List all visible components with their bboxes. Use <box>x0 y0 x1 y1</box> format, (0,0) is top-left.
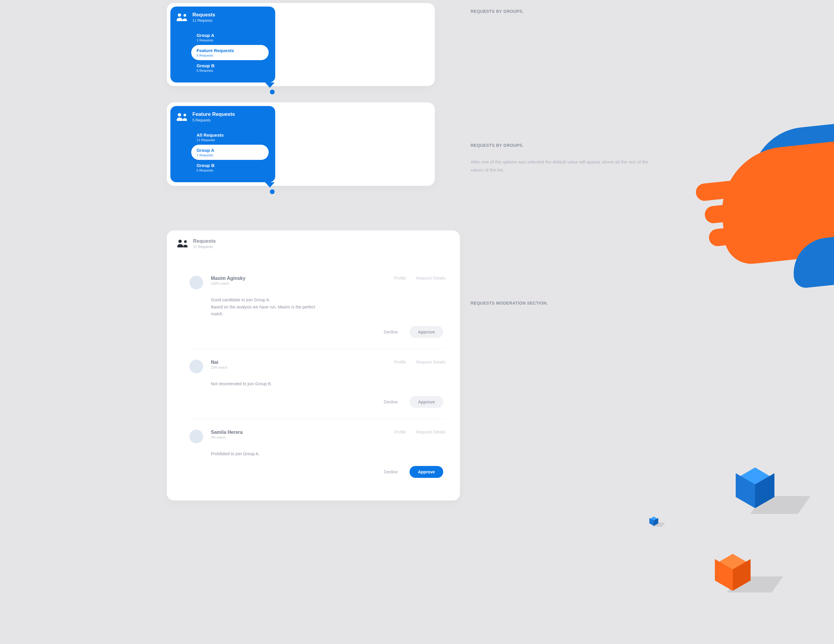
dropdown-open[interactable]: Requests 11 Requests Group A 1 Requests … <box>170 6 275 82</box>
dropdown-open[interactable]: Feature Requests 5 Requests All Requests… <box>170 106 275 182</box>
annotation-title: REQUESTS BY GROUPS. <box>470 143 834 148</box>
dropdown-tail <box>265 82 275 88</box>
approve-button[interactable]: Approve <box>409 326 443 338</box>
details-link[interactable]: Request Details <box>416 276 446 281</box>
request-match: 100% match <box>211 282 386 285</box>
requests-list: Maxim Aginsky 100% match Profile Request… <box>189 276 446 489</box>
annotation-body: After one of the options was selected th… <box>470 158 661 174</box>
drop-icon <box>270 189 275 194</box>
request-name: Maxim Aginsky <box>211 276 386 281</box>
annotation-title: REQUESTS BY GROUPS. <box>470 9 834 14</box>
profile-link[interactable]: Profile <box>394 360 406 365</box>
request-name: Nai <box>211 360 386 365</box>
request-name: Samila Herera <box>211 429 386 435</box>
profile-link[interactable]: Profile <box>394 276 406 281</box>
request-item: Maxim Aginsky 100% match Profile Request… <box>189 276 446 349</box>
dropdown-card-default: Requests 11 Requests Group A 1 Requests … <box>167 3 435 86</box>
details-link[interactable]: Request Details <box>416 429 446 434</box>
dropdown-subtitle: 11 Requests <box>192 18 215 23</box>
dropdown-tail <box>265 182 275 187</box>
dropdown-title: Requests <box>192 12 215 18</box>
people-icon <box>177 113 187 121</box>
dropdown-card-selected: Feature Requests 5 Requests All Requests… <box>167 102 435 186</box>
dropdown-item-group-a[interactable]: Group A 1 Requests <box>191 30 269 45</box>
dropdown-item-all-requests[interactable]: All Requests 11 Requests <box>191 129 269 145</box>
request-description: Prohibited to join Group A. <box>211 450 324 458</box>
avatar <box>189 429 203 443</box>
dropdown-item-group-b[interactable]: Group B 5 Requests <box>191 60 269 75</box>
annotation-title: REQUESTS MODERATION SECTION. <box>470 301 834 305</box>
dropdown-subtitle: 5 Requests <box>192 118 235 123</box>
moderation-subtitle: 11 Requests <box>193 245 216 249</box>
moderation-title: Requests <box>193 238 216 244</box>
details-link[interactable]: Request Details <box>416 360 446 365</box>
drop-icon <box>270 90 275 94</box>
decline-button[interactable]: Decline <box>384 329 398 334</box>
decline-button[interactable]: Decline <box>384 470 398 474</box>
request-description: Good candidate to join Group A.Based on … <box>211 297 324 318</box>
approve-button[interactable]: Approve <box>409 396 443 408</box>
moderation-card: Requests 11 Requests Maxim Aginsky 100% … <box>167 231 460 500</box>
people-icon <box>178 240 187 247</box>
request-description: Not recomended to join Group B. <box>211 381 324 387</box>
dropdown-title: Feature Requests <box>192 111 235 117</box>
approve-button[interactable]: Approve <box>409 466 443 478</box>
dropdown-item-group-b[interactable]: Group B 5 Requests <box>191 160 269 175</box>
profile-link[interactable]: Profile <box>394 429 406 434</box>
decline-button[interactable]: Decline <box>384 400 398 404</box>
dropdown-item-group-a[interactable]: Group A 1 Requests <box>191 145 269 160</box>
request-match: 3% match <box>211 436 386 439</box>
request-item: Samila Herera 3% match Profile Request D… <box>189 419 446 489</box>
dropdown-item-feature-requests[interactable]: Feature Requests 5 Requests <box>191 45 269 60</box>
avatar <box>189 276 203 289</box>
people-icon <box>177 13 187 21</box>
request-match: 23% match <box>211 366 386 369</box>
avatar <box>189 360 203 373</box>
request-item: Nai 23% match Profile Request Details No… <box>189 349 446 419</box>
